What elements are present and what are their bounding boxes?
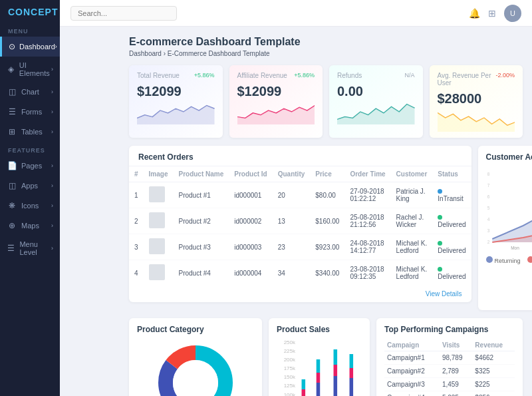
campaigns-table-body: Campaign#1 98,789 $4662 Campaign#2 2,789…	[384, 351, 515, 397]
header: 🔔 ⊞ U	[60, 0, 532, 27]
stat-label-revenue: Total Revenue	[137, 72, 180, 79]
sidebar-item-apps[interactable]: ◫ Apps ›	[0, 176, 60, 196]
cell-qty: 34	[273, 260, 311, 286]
sidebar-item-tables[interactable]: ⊞ Tables ›	[0, 122, 60, 142]
svg-marker-2	[337, 104, 415, 124]
sidebar-item-chart[interactable]: ◫ Chart ›	[0, 82, 60, 102]
stat-card-refunds: Refunds N/A 0.00	[329, 65, 423, 138]
product-image	[149, 264, 165, 280]
campaigns-card: Top Performing Campaigns Campaign Visits…	[376, 318, 523, 396]
donut-chart	[137, 339, 254, 396]
product-sales-title: Product Sales	[277, 325, 362, 334]
stat-value-affiliate: $12099	[237, 84, 315, 99]
pages-icon: 📄	[7, 160, 17, 171]
cell-product: Product #3	[173, 234, 229, 260]
orders-card-body: # Image Product Name Product Id Quantity…	[129, 166, 471, 302]
acquisition-section: Customer Acquisition 8 7 6	[478, 146, 532, 310]
cell-campaign-revenue: $225	[472, 378, 515, 391]
svg-rect-23	[302, 379, 306, 389]
campaigns-table: Campaign Visits Revenue Campaign#1 98,78…	[384, 339, 515, 396]
cell-product: Product #2	[173, 208, 229, 234]
chevron-right-icon: ›	[51, 89, 53, 95]
cell-qty: 13	[273, 208, 311, 234]
svg-rect-29	[334, 349, 338, 365]
col-status: Status	[432, 166, 471, 182]
stat-change-revenue: +5.86%	[194, 72, 215, 79]
svg-text:Mon: Mon	[511, 246, 519, 250]
cell-campaign-revenue: $325	[472, 365, 515, 378]
sidebar-item-forms[interactable]: ☰ Forms ›	[0, 102, 60, 122]
stat-label-refunds: Refunds	[337, 72, 362, 79]
col-product-id: Product Id	[229, 166, 272, 182]
sidebar-item-ui-elements[interactable]: ◈ UI Elements ›	[0, 57, 60, 82]
grid-icon[interactable]: ⊞	[488, 8, 496, 19]
ui-elements-icon: ◈	[7, 64, 15, 75]
stat-value-revenue: $12099	[137, 84, 215, 99]
y-label: 100k	[277, 392, 295, 396]
cell-num: 2	[129, 208, 144, 234]
acquisition-legend: Returning First Time	[486, 256, 532, 264]
cell-image	[144, 182, 174, 208]
sidebar-item-menu-level[interactable]: ☰ Menu Level ›	[0, 236, 60, 261]
cell-campaign-revenue: $4662	[472, 351, 515, 365]
product-image	[149, 238, 165, 254]
sidebar-item-icons[interactable]: ❋ Icons ›	[0, 196, 60, 216]
cell-id: id000002	[229, 208, 272, 234]
view-details-link[interactable]: View Details	[129, 286, 471, 302]
svg-rect-24	[317, 383, 321, 396]
chevron-right-icon: ›	[51, 162, 53, 169]
search-input[interactable]	[70, 6, 177, 21]
orders-table-header-row: # Image Product Name Product Id Quantity…	[129, 166, 471, 182]
cell-time: 24-08-2018 14:12:77	[344, 234, 390, 260]
tables-icon: ⊞	[7, 126, 17, 137]
cell-campaign-visits: 2,789	[440, 365, 472, 378]
status-dot	[438, 215, 442, 220]
breadcrumb-home[interactable]: Dashboard	[129, 50, 162, 57]
col-visits: Visits	[440, 339, 472, 351]
middle-row: Recent Orders # Image Product Name Produ…	[129, 146, 523, 310]
page-title: E-commerce Dashboard Template	[129, 36, 523, 48]
orders-table-body: 1 Product #1 id000001 20 $80.00 27-09-20…	[129, 182, 471, 286]
cell-num: 3	[129, 234, 144, 260]
cell-image	[144, 260, 174, 286]
col-quantity: Quantity	[273, 166, 311, 182]
breadcrumb-current: E-Commerce Dashboard Template	[168, 50, 270, 57]
cell-price: $80.00	[310, 182, 344, 208]
cell-time: 25-08-2018 21:12:56	[344, 208, 390, 234]
sidebar-item-maps[interactable]: ⊕ Maps ›	[0, 216, 60, 236]
cell-status: Delivered	[432, 208, 471, 234]
list-item: Campaign#1 98,789 $4662	[384, 351, 515, 365]
avatar[interactable]: U	[504, 5, 521, 22]
stat-card-avg-revenue: Avg. Revenue Per User -2.00% $28000	[430, 65, 523, 138]
sidebar-label-menu-level: Menu Level	[19, 240, 51, 256]
col-image: Image	[144, 166, 174, 182]
features-section-label: FEATURES	[0, 142, 60, 156]
chevron-right-icon: ›	[51, 222, 53, 229]
bell-icon[interactable]: 🔔	[469, 8, 480, 19]
svg-text:3: 3	[487, 228, 489, 233]
main-content: E-commerce Dashboard Template Dashboard …	[120, 27, 532, 396]
cell-customer: Michael K. Ledford	[391, 234, 433, 260]
svg-rect-32	[350, 354, 354, 368]
svg-rect-30	[350, 378, 354, 396]
status-dot	[438, 267, 442, 272]
cell-customer: Michael K. Ledford	[391, 260, 433, 286]
sidebar-item-pages[interactable]: 📄 Pages ›	[0, 156, 60, 176]
svg-rect-26	[317, 359, 321, 373]
stat-change-avg: -2.00%	[495, 72, 515, 79]
svg-rect-22	[302, 389, 306, 396]
chevron-right-icon: ›	[51, 128, 53, 135]
cell-qty: 23	[273, 234, 311, 260]
cell-id: id000003	[229, 234, 272, 260]
y-label: 175k	[277, 365, 295, 371]
campaigns-title: Top Performing Campaigns	[384, 325, 515, 334]
cell-time: 27-09-2018 01:22:12	[344, 182, 390, 208]
status-dot	[438, 241, 442, 246]
svg-rect-25	[317, 373, 321, 383]
cell-num: 4	[129, 260, 144, 286]
cell-status: InTransit	[432, 182, 471, 208]
sidebar-item-dashboard[interactable]: ⊙ Dashboard ›	[0, 37, 60, 57]
cell-campaign-visits: 5,035	[440, 391, 472, 397]
svg-marker-1	[237, 106, 315, 125]
col-customer: Customer	[391, 166, 433, 182]
